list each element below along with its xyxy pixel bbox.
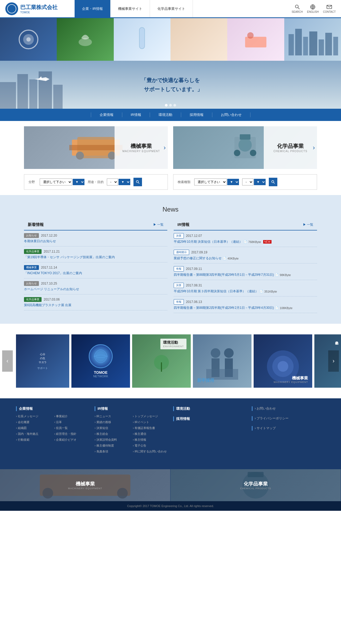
contact-button[interactable]: CONTACT bbox=[323, 4, 336, 13]
sub-nav-recruit[interactable]: 採用情報 bbox=[181, 112, 212, 117]
footer-link[interactable]: 企業紹介ビデオ bbox=[54, 438, 90, 442]
machinery-card[interactable]: 機械事業 MACHINERY EQUIPMENT › bbox=[24, 126, 168, 169]
footer-link[interactable]: 経営理念・指針 bbox=[54, 432, 90, 436]
news-link[interactable]: 「第19回半導体・センサ パッケージング技術展」出展のご案内 bbox=[24, 255, 115, 259]
footer-link-contact[interactable]: お問い合わせ bbox=[252, 406, 325, 411]
ir-tag: 決算 bbox=[174, 283, 184, 288]
ir-link[interactable]: 四半期報告書－第88期第3四半期(平成29年5月1日－平成29年7月31日) bbox=[174, 273, 274, 277]
footer-link[interactable]: トップメッセージ bbox=[133, 414, 168, 418]
footer-link[interactable]: IRニュース bbox=[95, 414, 130, 418]
footer-link[interactable]: 事業紹介 bbox=[54, 414, 90, 418]
footer-link[interactable]: IRに関するお問い合わせ bbox=[133, 449, 168, 453]
footer-link-sitemap[interactable]: サイトマップ bbox=[252, 426, 325, 431]
footer-link[interactable]: 業績の推移 bbox=[95, 420, 130, 424]
english-label: ENGLISH bbox=[307, 10, 319, 13]
footer-link[interactable]: IRイベント bbox=[133, 420, 168, 424]
ir-meta: 適時開示 2017.09.19 bbox=[174, 250, 317, 255]
footer-ir-title: IR情報 bbox=[95, 406, 168, 411]
footer-link[interactable]: 沿革 bbox=[54, 420, 90, 424]
hero-dot-1[interactable] bbox=[165, 104, 168, 107]
ir-link[interactable]: 平成29年10月期 決算短信（日本基準）（連結） bbox=[174, 240, 242, 244]
hero-section: 「豊かで快適な暮らしを サポートしています。」 bbox=[0, 18, 341, 109]
news-link[interactable]: 「INCHEM TOKYO 2017」出展のご案内 bbox=[24, 271, 82, 275]
footer-chemical-sub: CHEMICAL PRODUCTS bbox=[240, 487, 271, 490]
sub-nav-contact[interactable]: お問い合わせ bbox=[212, 112, 250, 117]
hero-dot-3[interactable] bbox=[173, 104, 176, 107]
ir-link[interactable]: 四半期報告書－第88期第2四半期(平成29年2月1日－平成29年4月30日) bbox=[174, 306, 274, 310]
news-link[interactable]: 冬期休業日のお知らせ bbox=[24, 239, 56, 243]
svg-rect-32 bbox=[240, 134, 250, 140]
svg-rect-10 bbox=[245, 37, 266, 47]
sub-nav-env[interactable]: 環境活動 bbox=[150, 112, 181, 117]
footer-chemical-label: 化学品事業 CHEMICAL PRODUCTS bbox=[240, 481, 271, 490]
svg-point-11 bbox=[247, 32, 254, 39]
footer-link[interactable]: 株主通信 bbox=[133, 432, 168, 436]
contact-label: CONTACT bbox=[323, 10, 336, 13]
svg-line-36 bbox=[138, 183, 139, 184]
sub-nav: 企業情報 IR情報 環境活動 採用情報 お問い合わせ bbox=[0, 109, 341, 121]
search-button[interactable]: SEARCH bbox=[292, 4, 303, 13]
news-item: お知らせ 2017.10.25 ホームページ リニューアルのお知らせ bbox=[24, 278, 167, 294]
footer-link[interactable]: 役員一覧 bbox=[54, 426, 90, 430]
footer-link[interactable]: 社長メッセージ bbox=[16, 414, 51, 418]
search-select-blue[interactable]: ▼ bbox=[73, 179, 84, 185]
svg-point-52 bbox=[117, 488, 128, 499]
carousel-next-button[interactable]: › bbox=[328, 350, 339, 372]
svg-rect-16 bbox=[319, 39, 324, 55]
footer-link-privacy[interactable]: プライバシーポリシー bbox=[252, 416, 325, 421]
news-item: お知らせ 2017.12.20 冬期休業日のお知らせ bbox=[24, 230, 167, 246]
machinery-arrow: › bbox=[164, 144, 166, 151]
sub-nav-ir[interactable]: IR情報 bbox=[122, 112, 150, 117]
chemical-card[interactable]: 化学品事業 CHEMICAL PRODUCTS › bbox=[173, 126, 317, 169]
chemical-search-button[interactable] bbox=[269, 178, 277, 186]
footer-business-cards: 機械事業 MACHINERY EQUIPMENT 化学品事業 CHEMICAL … bbox=[0, 469, 341, 501]
ir-link[interactable]: 平成29年10月期 第３四半期決算短信（日本基準）（連結） bbox=[174, 289, 258, 294]
new-badge: NEW bbox=[263, 240, 271, 244]
ir-link[interactable]: 業績予想の修正に関するお知らせ bbox=[174, 256, 222, 261]
footer-grid: 企業情報 社長メッセージ 事業紹介 会社概要 沿革 組織図 役員一覧 国内・海外… bbox=[16, 406, 325, 455]
search-select-chem-sub[interactable]: - bbox=[242, 179, 253, 185]
footer-link[interactable]: 会社概要 bbox=[16, 420, 51, 424]
footer-link[interactable]: 株主情報 bbox=[133, 438, 168, 442]
footer-link[interactable]: 有価証券報告書 bbox=[133, 426, 168, 430]
machinery-search-button[interactable] bbox=[133, 178, 142, 186]
carousel-section: ‹ 心分の生サガラ サポート TOMOE NETWORK bbox=[0, 324, 341, 398]
svg-rect-14 bbox=[303, 37, 308, 55]
footer-link[interactable]: 決算説明会資料 bbox=[95, 438, 130, 442]
news-new-more[interactable]: ▶ 一覧 bbox=[153, 222, 164, 227]
news-ir-more[interactable]: ▶ 一覧 bbox=[303, 222, 313, 227]
footer-machinery-sub: MACHINERY EQUIPMENT bbox=[68, 487, 102, 490]
chemical-label: 化学品事業 CHEMICAL PRODUCTS bbox=[264, 126, 317, 169]
news-tag: 化学品事業 bbox=[24, 249, 42, 254]
sub-nav-corporate[interactable]: 企業情報 bbox=[91, 112, 122, 117]
search-select-chem-sub-blue[interactable]: ▼ bbox=[254, 179, 266, 185]
search-select-category[interactable]: 選択して下さい bbox=[40, 179, 72, 185]
english-button[interactable]: ENGLISH bbox=[307, 4, 319, 13]
footer-link[interactable]: 組織図 bbox=[16, 426, 51, 430]
news-link[interactable]: ホームページ リニューアルのお知らせ bbox=[24, 287, 79, 291]
svg-rect-21 bbox=[17, 74, 28, 109]
search-select-purpose-blue[interactable]: ▼ bbox=[119, 179, 130, 185]
footer-link[interactable]: 電子公告 bbox=[133, 444, 168, 448]
footer-link[interactable]: 決算短信 bbox=[95, 426, 130, 430]
footer-link[interactable]: 免責条項 bbox=[95, 449, 130, 453]
nav-item-machinery[interactable]: 機械事業サイト bbox=[111, 0, 150, 17]
footer-link[interactable]: 株主総会 bbox=[95, 432, 130, 436]
footer-machinery-card[interactable]: 機械事業 MACHINERY EQUIPMENT bbox=[0, 469, 170, 501]
footer-chemical-card[interactable]: 化学品事業 CHEMICAL PRODUCTS bbox=[170, 469, 341, 501]
footer-link[interactable]: 株主優待制度 bbox=[95, 444, 130, 448]
nav-item-corporate[interactable]: 企業・IR情報 bbox=[75, 0, 111, 17]
ir-item: 適時開示 2017.09.19 業績予想の修正に関するお知らせ 📄 40KByt… bbox=[174, 247, 317, 264]
search-select-type-blue[interactable]: ▼ bbox=[227, 179, 239, 185]
search-select-purpose[interactable]: - bbox=[107, 179, 118, 185]
nav-item-chemical[interactable]: 化学品事業サイト bbox=[150, 0, 193, 17]
carousel-prev-button[interactable]: ‹ bbox=[2, 350, 13, 372]
ir-date: 2017.12.07 bbox=[186, 234, 202, 238]
news-link[interactable]: 第6回高機能プラスチック展 出展 bbox=[24, 303, 71, 307]
footer-link[interactable]: 行動規範 bbox=[16, 438, 51, 442]
footer-link[interactable]: 国内・海外拠点 bbox=[16, 432, 51, 436]
logo-name: 巴工業株式会社 bbox=[20, 4, 58, 10]
hero-dot-2[interactable] bbox=[169, 104, 172, 107]
search-area: 分野 選択して下さい ▼ 用途・目的 - ▼ bbox=[0, 174, 341, 195]
search-select-type[interactable]: 選択して下さい bbox=[194, 179, 227, 185]
